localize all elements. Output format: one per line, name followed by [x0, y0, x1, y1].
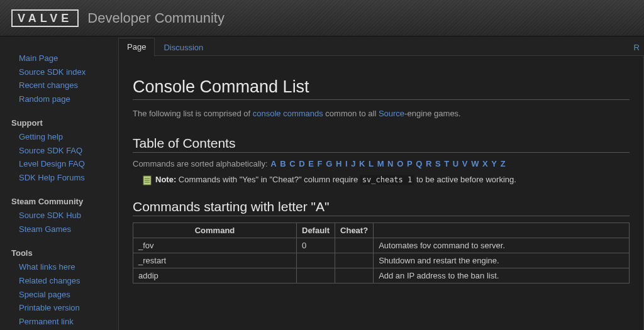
- sidebar-link-special-pages[interactable]: Special pages: [19, 290, 70, 299]
- alpha-link-y[interactable]: Y: [491, 159, 497, 168]
- alpha-sort-note: Commands are sorted alphabetically: A B …: [133, 159, 630, 168]
- alpha-link-a[interactable]: A: [270, 159, 276, 168]
- alpha-link-h[interactable]: H: [336, 159, 341, 168]
- alpha-link-d[interactable]: D: [299, 159, 304, 168]
- commands-table: Command Default Cheat? _fov0Automates fo…: [133, 223, 630, 283]
- page-title: Console Command List: [133, 77, 630, 100]
- sidebar-heading-steam: Steam Community: [4, 197, 112, 209]
- sidebar-group-steam: Steam Community Source SDK Hub Steam Gam…: [4, 197, 112, 236]
- sidebar-link-printable-version[interactable]: Printable version: [19, 303, 80, 312]
- cell-command: _restart: [133, 253, 297, 268]
- cell-default: 0: [297, 238, 335, 253]
- col-desc: [374, 223, 630, 238]
- col-default: Default: [297, 223, 335, 238]
- tab-right-truncated[interactable]: R: [625, 38, 644, 57]
- sidebar-link-sdk-index[interactable]: Source SDK index: [19, 67, 86, 77]
- site-subtitle: Developer Community: [87, 10, 225, 26]
- cell-command: _fov: [133, 238, 297, 253]
- link-source[interactable]: Source: [379, 109, 404, 118]
- alpha-link-s[interactable]: S: [435, 159, 441, 168]
- tab-page[interactable]: Page: [118, 38, 155, 57]
- note-box: Note: Commands with "Yes" in "Cheat?" co…: [143, 175, 630, 185]
- intro-paragraph: The following list is comprised of conso…: [133, 109, 630, 118]
- alpha-link-l[interactable]: L: [369, 159, 374, 168]
- table-row: _restartShutdown and restart the engine.: [133, 253, 630, 268]
- alpha-link-t[interactable]: T: [444, 159, 449, 168]
- sidebar-link-steam-games[interactable]: Steam Games: [19, 224, 71, 234]
- alpha-link-x[interactable]: X: [482, 159, 488, 168]
- sidebar-link-related-changes[interactable]: Related changes: [19, 276, 80, 285]
- sidebar: Main Page Source SDK index Recent change…: [0, 36, 112, 330]
- alpha-link-p[interactable]: P: [407, 159, 413, 168]
- alpha-link-g[interactable]: G: [326, 159, 332, 168]
- sidebar-link-main-page[interactable]: Main Page: [19, 53, 58, 63]
- tab-bar: Page Discussion R: [118, 38, 644, 57]
- alpha-link-z[interactable]: Z: [501, 159, 506, 168]
- sidebar-group-support: Support Getting help Source SDK FAQ Leve…: [4, 118, 112, 184]
- article-content: Console Command List The following list …: [118, 55, 644, 330]
- cell-cheat: [335, 268, 374, 283]
- valve-logo[interactable]: VALVE: [11, 9, 79, 27]
- sidebar-link-what-links-here[interactable]: What links here: [19, 262, 75, 272]
- cell-cheat: [335, 253, 374, 268]
- col-command: Command: [133, 223, 297, 238]
- alpha-link-n[interactable]: N: [387, 159, 393, 168]
- sidebar-link-sdk-faq[interactable]: Source SDK FAQ: [19, 146, 82, 155]
- site-header: VALVE Developer Community: [0, 0, 644, 36]
- sidebar-link-permanent-link[interactable]: Permanent link: [19, 317, 74, 326]
- alpha-link-v[interactable]: V: [462, 159, 468, 168]
- tab-discussion[interactable]: Discussion: [155, 38, 212, 57]
- note-code: sv_cheats 1: [360, 175, 414, 185]
- sidebar-link-sdk-hub[interactable]: Source SDK Hub: [19, 211, 81, 220]
- alpha-link-f[interactable]: F: [318, 159, 323, 168]
- sidebar-link-sdk-help-forums[interactable]: SDK Help Forums: [19, 173, 85, 182]
- alpha-link-e[interactable]: E: [308, 159, 314, 168]
- col-cheat: Cheat?: [335, 223, 374, 238]
- cell-desc: Add an IP address to the ban list.: [374, 268, 630, 283]
- table-row: _fov0Automates fov command to server.: [133, 238, 630, 253]
- sidebar-link-level-design-faq[interactable]: Level Design FAQ: [19, 159, 85, 168]
- cell-desc: Shutdown and restart the engine.: [374, 253, 630, 268]
- cell-cheat: [335, 238, 374, 253]
- sidebar-link-getting-help[interactable]: Getting help: [19, 132, 63, 141]
- cell-desc: Automates fov command to server.: [374, 238, 630, 253]
- alpha-link-r[interactable]: R: [426, 159, 431, 168]
- alpha-link-j[interactable]: J: [351, 159, 355, 168]
- table-row: addipAdd an IP address to the ban list.: [133, 268, 630, 283]
- cell-default: [297, 253, 335, 268]
- alpha-link-b[interactable]: B: [280, 159, 286, 168]
- alpha-link-w[interactable]: W: [471, 159, 479, 168]
- sidebar-group-tools: Tools What links here Related changes Sp…: [4, 248, 112, 328]
- toc-heading: Table of Contents: [133, 136, 630, 153]
- alpha-link-o[interactable]: O: [397, 159, 403, 168]
- sidebar-heading-support: Support: [4, 118, 112, 130]
- note-icon: [143, 175, 152, 185]
- note-label: Note:: [155, 175, 176, 184]
- sidebar-link-random-page[interactable]: Random page: [19, 94, 70, 104]
- cell-command: addip: [133, 268, 297, 283]
- cell-default: [297, 268, 335, 283]
- section-a-heading: Commands starting with letter "A": [133, 199, 630, 216]
- sidebar-heading-tools: Tools: [4, 248, 112, 260]
- alpha-link-k[interactable]: K: [359, 159, 365, 168]
- alpha-link-q[interactable]: Q: [416, 159, 422, 168]
- link-console-commands[interactable]: console commands: [253, 109, 323, 118]
- alpha-link-u[interactable]: U: [453, 159, 458, 168]
- alpha-link-c[interactable]: C: [289, 159, 295, 168]
- alpha-link-i[interactable]: I: [345, 159, 348, 168]
- alpha-link-m[interactable]: M: [377, 159, 384, 168]
- sidebar-link-recent-changes[interactable]: Recent changes: [19, 80, 78, 90]
- sidebar-group-main: Main Page Source SDK index Recent change…: [4, 52, 112, 106]
